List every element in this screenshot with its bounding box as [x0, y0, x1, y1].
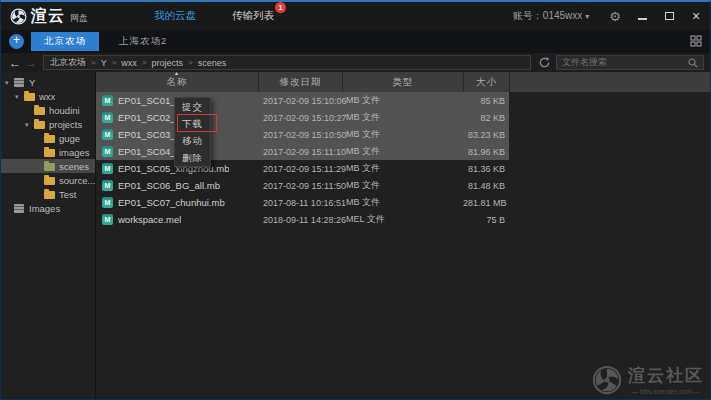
tree-node-icon	[14, 204, 26, 213]
breadcrumb-segment[interactable]: wxx	[121, 58, 137, 68]
watermark-title: 渲云社区	[628, 364, 704, 387]
search-icon[interactable]	[688, 58, 698, 68]
breadcrumb-segment[interactable]: 北京农场	[50, 56, 86, 69]
app-subtitle: 网盘	[70, 12, 88, 25]
file-type: MB 文件	[342, 196, 463, 209]
farm-tab-shanghai[interactable]: 上海农场2	[106, 32, 180, 51]
file-name: EP01_SC06_BG_all.mb	[118, 180, 220, 191]
refresh-icon[interactable]	[538, 56, 551, 69]
column-header-type[interactable]: 类型	[342, 72, 463, 92]
file-type: MB 文件	[342, 111, 463, 124]
tree-caret-icon[interactable]: ▾	[25, 121, 34, 128]
grid-view-icon[interactable]	[690, 35, 702, 47]
file-date: 2017-02-09 15:10:06	[258, 96, 342, 106]
app-title: 渲云	[31, 6, 65, 27]
table-row[interactable]: M EP01_SC07_chunhui.mb 2017-08-11 10:16:…	[96, 194, 509, 211]
tree-caret-icon[interactable]: ▾	[5, 79, 14, 86]
tree-item-label: images	[59, 147, 90, 158]
breadcrumb-separator: >	[142, 58, 147, 67]
table-row[interactable]: M EP01_SC03_tank 2017-02-09 15:10:50 MB …	[96, 126, 509, 143]
close-button[interactable]: ×	[690, 10, 702, 22]
tree-node-icon	[24, 91, 36, 101]
tree-caret-icon[interactable]: ▾	[15, 93, 24, 100]
account-label[interactable]: 账号：0145wxx	[513, 9, 582, 23]
file-type: MB 文件	[342, 128, 463, 141]
breadcrumb-separator: >	[112, 58, 117, 67]
maya-file-icon: M	[102, 129, 113, 140]
file-size: 82 KB	[463, 113, 509, 123]
file-name: EP01_SC07_chunhui.mb	[118, 197, 225, 208]
titlebar-right: 账号：0145wxx ▾ ⚙ ×	[513, 2, 702, 30]
app-logo: 渲云 网盘	[10, 6, 88, 27]
table-row[interactable]: M EP01_SC06_BG_all.mb 2017-02-09 15:11:5…	[96, 177, 509, 194]
tab-my-cloud[interactable]: 我的云盘	[154, 9, 196, 23]
column-header-date[interactable]: 修改日期	[258, 72, 342, 92]
tree-node-icon	[34, 105, 46, 115]
file-date: 2017-02-09 15:11:50	[258, 181, 342, 191]
annotation-highlight-box	[177, 114, 217, 132]
table-header: ▲ 名称 修改日期 类型 大小	[96, 72, 710, 92]
file-date: 2018-09-11 14:28:26	[258, 215, 342, 225]
file-date: 2017-02-09 15:10:50	[258, 130, 342, 140]
table-row[interactable]: M EP01_SC05_xingzhou.mb 2017-02-09 15:11…	[96, 160, 509, 177]
tree-node-icon	[34, 119, 46, 129]
search-input[interactable]: 文件名搜索	[556, 55, 704, 70]
app-logo-icon	[10, 8, 27, 25]
context-menu: 提交 下载 移动 删除	[174, 97, 211, 167]
farm-tab-beijing[interactable]: 北京农场	[31, 32, 99, 51]
file-name: workspace.mel	[118, 214, 181, 225]
table-row[interactable]: M EP01_SC04_xia.m 2017-02-09 15:11:10 MB…	[96, 143, 509, 160]
add-farm-button[interactable]: +	[9, 34, 24, 49]
file-type: MB 文件	[342, 179, 463, 192]
column-header-filler	[509, 72, 710, 92]
breadcrumb-segment[interactable]: Y	[101, 58, 107, 68]
titlebar: 渲云 网盘 我的云盘 传输列表 1 账号：0145wxx ▾ ⚙ ×	[1, 2, 710, 30]
maya-file-icon: M	[102, 214, 113, 225]
tree-item[interactable]: ▾ wxx	[1, 89, 95, 103]
tree-item[interactable]: ▾ houdini	[1, 103, 95, 117]
context-menu-item-submit[interactable]: 提交	[175, 98, 210, 115]
breadcrumb-separator: >	[91, 58, 96, 67]
settings-gear-icon[interactable]: ⚙	[609, 10, 621, 23]
forward-button[interactable]: →	[23, 57, 39, 69]
sort-ascending-icon: ▲	[174, 71, 180, 76]
context-menu-item-delete[interactable]: 删除	[175, 149, 210, 166]
file-date: 2017-02-09 15:11:29	[258, 164, 342, 174]
file-size: 81.96 KB	[463, 147, 509, 157]
main-tabs: 我的云盘 传输列表 1	[154, 2, 274, 30]
breadcrumb-segment[interactable]: projects	[152, 58, 184, 68]
tree-item[interactable]: ▾ Images	[1, 201, 95, 215]
maya-file-icon: M	[102, 180, 113, 191]
tree-item[interactable]: ▾ Y	[1, 75, 95, 89]
breadcrumb[interactable]: 北京农场 > Y > wxx > projects > scenes	[43, 55, 531, 70]
tree-item-label: guge	[59, 133, 80, 144]
file-name-cell: M EP01_SC07_chunhui.mb	[96, 197, 258, 208]
tree-item[interactable]: ▾ Test	[1, 187, 95, 201]
back-button[interactable]: ←	[7, 57, 23, 69]
tree-item[interactable]: ▾ guge	[1, 131, 95, 145]
search-placeholder: 文件名搜索	[562, 56, 688, 69]
file-date: 2017-02-09 15:11:10	[258, 147, 342, 157]
file-size: 281.81 MB	[463, 198, 509, 208]
maximize-button[interactable]	[663, 10, 675, 22]
minimize-button[interactable]	[636, 10, 648, 22]
context-menu-item-move[interactable]: 移动	[175, 132, 210, 149]
table-row[interactable]: M EP01_SC02_quan 2017-02-09 15:10:27 MB …	[96, 109, 509, 126]
table-row[interactable]: M workspace.mel 2018-09-11 14:28:26 MEL …	[96, 211, 509, 228]
tree-item[interactable]: ▾ scenes	[1, 159, 95, 173]
maya-file-icon: M	[102, 95, 113, 106]
column-header-size[interactable]: 大小	[463, 72, 509, 92]
breadcrumb-segment[interactable]: scenes	[198, 58, 227, 68]
table-row[interactable]: M EP01_SC01_kaola 2017-02-09 15:10:06 MB…	[96, 92, 509, 109]
column-header-name[interactable]: ▲ 名称	[96, 72, 258, 92]
tab-transfer-list[interactable]: 传输列表 1	[232, 9, 274, 23]
maya-file-icon: M	[102, 163, 113, 174]
close-icon: ×	[692, 11, 700, 21]
breadcrumb-separator: >	[188, 58, 193, 67]
account-dropdown-caret-icon[interactable]: ▾	[585, 12, 589, 21]
sidebar-tree: ▾ Y ▾ wxx ▾ houdini ▾ projects	[1, 72, 96, 399]
tree-item[interactable]: ▾ projects	[1, 117, 95, 131]
tree-node-icon	[44, 175, 56, 185]
tree-item[interactable]: ▾ images	[1, 145, 95, 159]
tree-item[interactable]: ▾ source...	[1, 173, 95, 187]
